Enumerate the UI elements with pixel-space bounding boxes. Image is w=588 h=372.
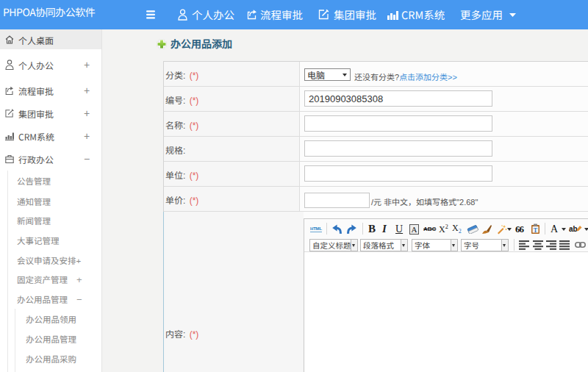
svg-text:T: T bbox=[534, 227, 538, 234]
